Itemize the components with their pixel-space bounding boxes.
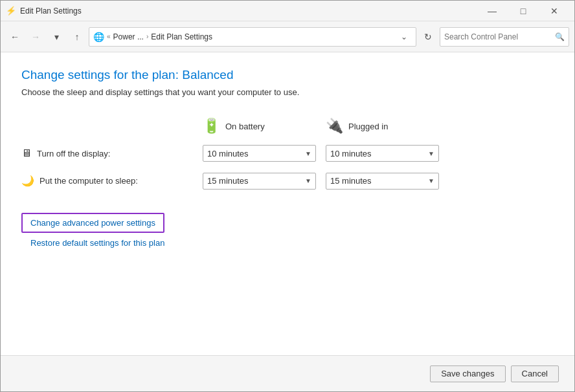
- back-button[interactable]: ←: [6, 28, 24, 46]
- sleep-plugged-dropdown[interactable]: 15 minutes ▼: [326, 173, 439, 190]
- title-bar: ⚡ Edit Plan Settings — □ ✕: [1, 1, 574, 21]
- maximize-button[interactable]: □: [508, 1, 538, 21]
- moon-icon: 🌙: [21, 175, 34, 187]
- display-plugged-cell: 10 minutes ▼: [326, 141, 449, 166]
- sleep-plugged-value: 15 minutes: [330, 176, 372, 186]
- sleep-battery-arrow: ▼: [305, 177, 311, 184]
- monitor-icon: 🖥: [21, 147, 32, 159]
- battery-icon: 🔋: [203, 118, 220, 135]
- on-battery-label: On battery: [225, 122, 265, 131]
- advanced-settings-link[interactable]: Change advanced power settings: [21, 213, 164, 233]
- refresh-button[interactable]: ↻: [419, 28, 437, 46]
- links-section: Change advanced power settings Restore d…: [21, 213, 554, 258]
- page-title: Change settings for the plan: Balanced: [21, 68, 554, 82]
- plug-icon: 🔌: [326, 118, 343, 135]
- forward-button[interactable]: →: [27, 28, 45, 46]
- footer: Save changes Cancel: [1, 355, 574, 391]
- recent-button[interactable]: ▾: [47, 28, 65, 46]
- window-controls: — □ ✕: [477, 1, 569, 21]
- search-icon: 🔍: [555, 32, 565, 41]
- plugged-in-header: 🔌 Plugged in: [326, 113, 449, 140]
- display-row-label: 🖥 Turn off the display:: [21, 140, 203, 167]
- address-arrow: ›: [146, 33, 148, 40]
- navigation-bar: ← → ▾ ↑ 🌐 « Power ... › Edit Plan Settin…: [1, 21, 574, 52]
- sleep-battery-cell: 15 minutes ▼: [203, 169, 326, 193]
- sleep-plugged-cell: 15 minutes ▼: [326, 169, 449, 193]
- plugged-in-label: Plugged in: [348, 122, 388, 131]
- search-box: 🔍: [440, 27, 569, 47]
- main-window: ⚡ Edit Plan Settings — □ ✕ ← → ▾ ↑ 🌐 « P…: [0, 0, 575, 392]
- save-changes-button[interactable]: Save changes: [430, 365, 505, 382]
- up-button[interactable]: ↑: [68, 28, 86, 46]
- minimize-button[interactable]: —: [477, 1, 507, 21]
- display-plugged-value: 10 minutes: [330, 149, 372, 158]
- close-button[interactable]: ✕: [539, 1, 569, 21]
- display-label: Turn off the display:: [37, 149, 110, 158]
- main-content: Change settings for the plan: Balanced C…: [1, 52, 574, 355]
- sleep-plugged-arrow: ▼: [428, 177, 434, 184]
- display-plugged-dropdown[interactable]: 10 minutes ▼: [326, 145, 439, 162]
- address-part1: Power ...: [113, 32, 144, 41]
- window-title: Edit Plan Settings: [20, 6, 477, 16]
- on-battery-header: 🔋 On battery: [203, 113, 326, 140]
- address-part2: Edit Plan Settings: [151, 32, 212, 41]
- sleep-battery-dropdown[interactable]: 15 minutes ▼: [203, 173, 316, 190]
- cancel-button[interactable]: Cancel: [511, 365, 559, 382]
- display-plugged-arrow: ▼: [428, 150, 434, 157]
- address-bar: 🌐 « Power ... › Edit Plan Settings ⌄: [89, 27, 416, 47]
- address-icon: 🌐: [93, 32, 104, 42]
- sleep-label: Put the computer to sleep:: [39, 176, 138, 186]
- search-input[interactable]: [444, 32, 552, 41]
- display-battery-cell: 10 minutes ▼: [203, 141, 326, 166]
- display-battery-arrow: ▼: [305, 150, 311, 157]
- sleep-battery-value: 15 minutes: [207, 176, 249, 186]
- settings-grid: 🔋 On battery 🔌 Plugged in 🖥 Turn off the…: [21, 113, 554, 195]
- app-icon: ⚡: [6, 6, 16, 16]
- display-battery-value: 10 minutes: [207, 149, 249, 158]
- sleep-row-label: 🌙 Put the computer to sleep:: [21, 167, 203, 195]
- address-dropdown-button[interactable]: ⌄: [396, 28, 412, 46]
- restore-defaults-link[interactable]: Restore default settings for this plan: [21, 238, 554, 248]
- page-subtitle: Choose the sleep and display settings th…: [21, 87, 554, 97]
- address-separator: «: [107, 33, 111, 40]
- display-battery-dropdown[interactable]: 10 minutes ▼: [203, 145, 316, 162]
